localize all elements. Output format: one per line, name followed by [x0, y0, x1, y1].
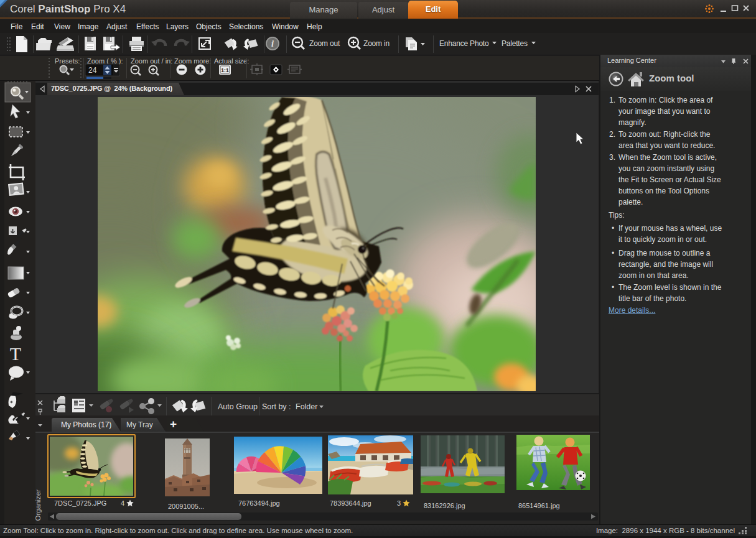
svg-text:Auto Group: Auto Group — [218, 402, 258, 411]
svg-text:T: T — [10, 343, 21, 364]
svg-text:Actual size:: Actual size: — [214, 57, 249, 65]
svg-text:Folder: Folder — [296, 402, 317, 411]
svg-text:Zoom more:: Zoom more: — [174, 57, 211, 65]
svg-text:Zoom out / in:: Zoom out / in: — [131, 57, 172, 65]
svg-text:Presets:: Presets: — [55, 57, 80, 65]
svg-text:Zoom out: Zoom out — [309, 39, 340, 48]
svg-text:Organizer: Organizer — [34, 489, 42, 521]
svg-text:24: 24 — [88, 66, 97, 75]
svg-text:1:1: 1:1 — [221, 67, 229, 73]
svg-text:i: i — [271, 39, 274, 49]
svg-text:Zoom in: Zoom in — [363, 39, 390, 48]
svg-text:Palettes: Palettes — [502, 39, 528, 48]
svg-text:Sort by :: Sort by : — [262, 402, 291, 411]
svg-text:Enhance Photo: Enhance Photo — [439, 39, 489, 48]
svg-text:Zoom ( % ):: Zoom ( % ): — [87, 57, 123, 65]
